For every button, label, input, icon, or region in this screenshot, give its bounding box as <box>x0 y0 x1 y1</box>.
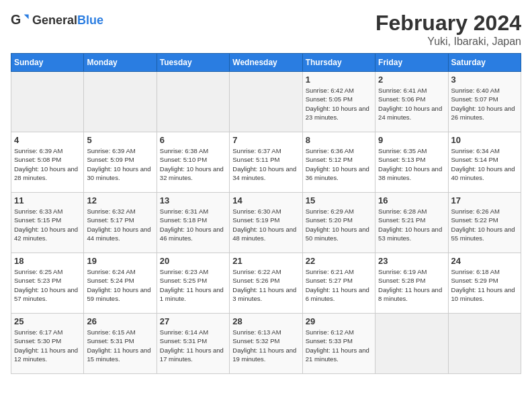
calendar-cell: 4Sunrise: 6:39 AMSunset: 5:08 PMDaylight… <box>11 132 84 193</box>
cell-info: Sunrise: 6:25 AMSunset: 5:23 PMDaylight:… <box>14 267 81 303</box>
day-number: 1 <box>306 75 372 85</box>
weekday-header: Wednesday <box>230 54 302 72</box>
day-number: 5 <box>87 135 153 145</box>
calendar-week-row: 18Sunrise: 6:25 AMSunset: 5:23 PMDayligh… <box>11 253 521 314</box>
page-subtitle: Yuki, Ibaraki, Japan <box>375 36 521 48</box>
day-number: 6 <box>160 135 226 145</box>
cell-info: Sunrise: 6:26 AMSunset: 5:22 PMDaylight:… <box>451 207 518 242</box>
weekday-header: Thursday <box>302 54 375 72</box>
calendar-cell: 26Sunrise: 6:15 AMSunset: 5:31 PMDayligh… <box>84 314 157 374</box>
calendar-cell: 21Sunrise: 6:22 AMSunset: 5:26 PMDayligh… <box>230 253 302 314</box>
day-number: 24 <box>451 256 518 266</box>
day-number: 22 <box>306 256 372 266</box>
calendar-cell: 17Sunrise: 6:26 AMSunset: 5:22 PMDayligh… <box>448 193 521 253</box>
day-number: 14 <box>232 195 299 205</box>
calendar-week-row: 1Sunrise: 6:42 AMSunset: 5:05 PMDaylight… <box>11 72 521 132</box>
calendar-table: SundayMondayTuesdayWednesdayThursdayFrid… <box>11 53 521 374</box>
calendar-cell: 19Sunrise: 6:24 AMSunset: 5:24 PMDayligh… <box>84 253 157 314</box>
day-number: 10 <box>451 135 518 145</box>
day-number: 12 <box>87 195 153 205</box>
calendar-cell <box>157 72 229 132</box>
cell-info: Sunrise: 6:37 AMSunset: 5:11 PMDaylight:… <box>232 146 299 182</box>
cell-info: Sunrise: 6:13 AMSunset: 5:32 PMDaylight:… <box>232 328 299 363</box>
calendar-cell: 15Sunrise: 6:29 AMSunset: 5:20 PMDayligh… <box>302 193 375 253</box>
calendar-cell: 3Sunrise: 6:40 AMSunset: 5:07 PMDaylight… <box>448 72 521 132</box>
page-header: G GeneralBlue February 2024 Yuki, Ibarak… <box>11 11 521 48</box>
cell-info: Sunrise: 6:30 AMSunset: 5:19 PMDaylight:… <box>232 207 299 242</box>
logo-icon: G <box>11 11 30 30</box>
cell-info: Sunrise: 6:17 AMSunset: 5:30 PMDaylight:… <box>14 328 81 363</box>
calendar-cell: 27Sunrise: 6:14 AMSunset: 5:31 PMDayligh… <box>157 314 229 374</box>
calendar-cell: 29Sunrise: 6:12 AMSunset: 5:33 PMDayligh… <box>302 314 375 374</box>
calendar-cell: 1Sunrise: 6:42 AMSunset: 5:05 PMDaylight… <box>302 72 375 132</box>
calendar-cell: 8Sunrise: 6:36 AMSunset: 5:12 PMDaylight… <box>302 132 375 193</box>
calendar-cell: 5Sunrise: 6:39 AMSunset: 5:09 PMDaylight… <box>84 132 157 193</box>
cell-info: Sunrise: 6:18 AMSunset: 5:29 PMDaylight:… <box>451 267 518 303</box>
cell-info: Sunrise: 6:31 AMSunset: 5:18 PMDaylight:… <box>160 207 226 242</box>
day-number: 27 <box>160 316 226 326</box>
calendar-cell: 16Sunrise: 6:28 AMSunset: 5:21 PMDayligh… <box>375 193 448 253</box>
day-number: 3 <box>451 75 518 85</box>
calendar-cell: 7Sunrise: 6:37 AMSunset: 5:11 PMDaylight… <box>230 132 302 193</box>
day-number: 18 <box>14 256 81 266</box>
svg-text:G: G <box>11 12 21 27</box>
logo: G GeneralBlue <box>11 11 103 30</box>
calendar-week-row: 25Sunrise: 6:17 AMSunset: 5:30 PMDayligh… <box>11 314 521 374</box>
calendar-cell: 22Sunrise: 6:21 AMSunset: 5:27 PMDayligh… <box>302 253 375 314</box>
day-number: 11 <box>14 195 81 205</box>
day-number: 9 <box>378 135 445 145</box>
cell-info: Sunrise: 6:34 AMSunset: 5:14 PMDaylight:… <box>451 146 518 182</box>
calendar-cell: 24Sunrise: 6:18 AMSunset: 5:29 PMDayligh… <box>448 253 521 314</box>
day-number: 13 <box>160 195 226 205</box>
logo-text-general: General <box>32 13 77 27</box>
calendar-cell <box>84 72 157 132</box>
cell-info: Sunrise: 6:32 AMSunset: 5:17 PMDaylight:… <box>87 207 153 242</box>
cell-info: Sunrise: 6:19 AMSunset: 5:28 PMDaylight:… <box>378 267 445 303</box>
cell-info: Sunrise: 6:15 AMSunset: 5:31 PMDaylight:… <box>87 328 153 363</box>
day-number: 17 <box>451 195 518 205</box>
calendar-cell: 20Sunrise: 6:23 AMSunset: 5:25 PMDayligh… <box>157 253 229 314</box>
cell-info: Sunrise: 6:24 AMSunset: 5:24 PMDaylight:… <box>87 267 153 303</box>
calendar-cell: 23Sunrise: 6:19 AMSunset: 5:28 PMDayligh… <box>375 253 448 314</box>
calendar-cell: 2Sunrise: 6:41 AMSunset: 5:06 PMDaylight… <box>375 72 448 132</box>
page-title: February 2024 <box>375 11 521 36</box>
weekday-header: Monday <box>84 54 157 72</box>
calendar-cell: 18Sunrise: 6:25 AMSunset: 5:23 PMDayligh… <box>11 253 84 314</box>
calendar-cell: 10Sunrise: 6:34 AMSunset: 5:14 PMDayligh… <box>448 132 521 193</box>
svg-marker-1 <box>24 15 29 19</box>
cell-info: Sunrise: 6:35 AMSunset: 5:13 PMDaylight:… <box>378 146 445 182</box>
calendar-cell <box>375 314 448 374</box>
cell-info: Sunrise: 6:38 AMSunset: 5:10 PMDaylight:… <box>160 146 226 182</box>
calendar-cell: 6Sunrise: 6:38 AMSunset: 5:10 PMDaylight… <box>157 132 229 193</box>
calendar-cell: 11Sunrise: 6:33 AMSunset: 5:15 PMDayligh… <box>11 193 84 253</box>
weekday-header: Tuesday <box>157 54 229 72</box>
cell-info: Sunrise: 6:22 AMSunset: 5:26 PMDaylight:… <box>232 267 299 303</box>
calendar-cell <box>11 72 84 132</box>
day-number: 19 <box>87 256 153 266</box>
calendar-body: 1Sunrise: 6:42 AMSunset: 5:05 PMDaylight… <box>11 72 521 374</box>
calendar-header: SundayMondayTuesdayWednesdayThursdayFrid… <box>11 54 521 72</box>
calendar-cell <box>448 314 521 374</box>
title-block: February 2024 Yuki, Ibaraki, Japan <box>375 11 521 48</box>
calendar-cell <box>230 72 302 132</box>
cell-info: Sunrise: 6:14 AMSunset: 5:31 PMDaylight:… <box>160 328 226 363</box>
weekday-header: Sunday <box>11 54 84 72</box>
calendar-week-row: 11Sunrise: 6:33 AMSunset: 5:15 PMDayligh… <box>11 193 521 253</box>
cell-info: Sunrise: 6:41 AMSunset: 5:06 PMDaylight:… <box>378 86 445 122</box>
cell-info: Sunrise: 6:36 AMSunset: 5:12 PMDaylight:… <box>306 146 372 182</box>
day-number: 26 <box>87 316 153 326</box>
calendar-cell: 13Sunrise: 6:31 AMSunset: 5:18 PMDayligh… <box>157 193 229 253</box>
cell-info: Sunrise: 6:39 AMSunset: 5:09 PMDaylight:… <box>87 146 153 182</box>
day-number: 8 <box>306 135 372 145</box>
cell-info: Sunrise: 6:39 AMSunset: 5:08 PMDaylight:… <box>14 146 81 182</box>
day-number: 20 <box>160 256 226 266</box>
cell-info: Sunrise: 6:29 AMSunset: 5:20 PMDaylight:… <box>306 207 372 242</box>
cell-info: Sunrise: 6:23 AMSunset: 5:25 PMDaylight:… <box>160 267 226 303</box>
weekday-header: Saturday <box>448 54 521 72</box>
day-number: 15 <box>306 195 372 205</box>
day-number: 25 <box>14 316 81 326</box>
cell-info: Sunrise: 6:28 AMSunset: 5:21 PMDaylight:… <box>378 207 445 242</box>
cell-info: Sunrise: 6:21 AMSunset: 5:27 PMDaylight:… <box>306 267 372 303</box>
day-number: 28 <box>232 316 299 326</box>
calendar-cell: 12Sunrise: 6:32 AMSunset: 5:17 PMDayligh… <box>84 193 157 253</box>
